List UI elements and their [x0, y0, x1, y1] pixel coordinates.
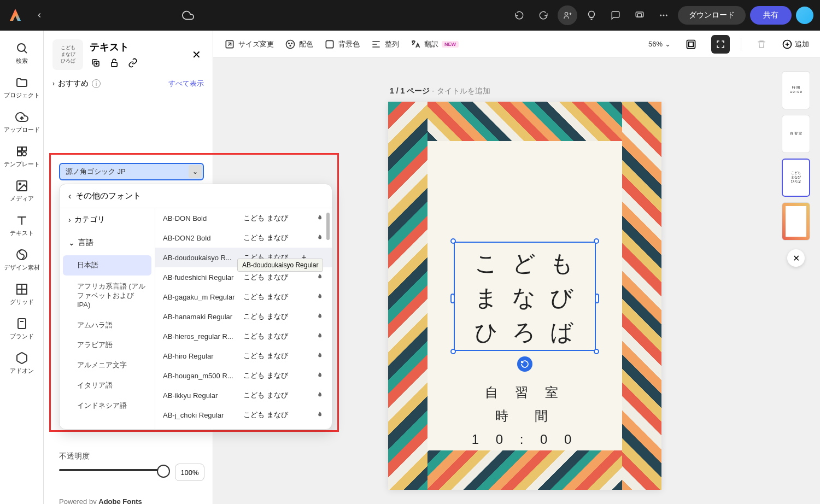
- bgcolor-button[interactable]: 背景色: [324, 39, 360, 50]
- font-preview: こども まなび: [243, 351, 292, 361]
- page-thumb-1[interactable]: 時 間 1 0 : 0 0: [782, 71, 810, 109]
- rail-media[interactable]: メディア: [3, 175, 41, 207]
- page-thumb-2[interactable]: 自 習 室: [782, 115, 810, 153]
- rail-upload[interactable]: アップロード: [3, 106, 41, 138]
- chevron-down-icon: ⌄: [68, 238, 75, 247]
- font-row[interactable]: AB-j_choki Regularこども まなび: [155, 405, 332, 425]
- svg-rect-9: [17, 152, 21, 156]
- redo-button[interactable]: [534, 5, 553, 25]
- svg-rect-25: [689, 42, 693, 46]
- language-option[interactable]: 日本語: [63, 255, 151, 276]
- font-row[interactable]: AB-DON2 Boldこども まなび: [155, 228, 332, 248]
- tips-icon[interactable]: [582, 5, 601, 25]
- rail-template[interactable]: テンプレート: [3, 140, 41, 173]
- opacity-value[interactable]: 100%: [175, 464, 204, 481]
- rail-text[interactable]: テキスト: [3, 209, 41, 242]
- font-name-label: AB-j_choki Regular: [163, 411, 237, 419]
- app-logo[interactable]: [7, 7, 24, 24]
- font-row[interactable]: AB-gagaku_m Regularこども まなび: [155, 287, 332, 307]
- back-button[interactable]: [31, 7, 48, 24]
- resize-handle-br[interactable]: [594, 349, 599, 354]
- info-icon[interactable]: i: [92, 79, 101, 88]
- font-input[interactable]: [59, 163, 204, 180]
- panel-close-button[interactable]: ✕: [189, 47, 204, 62]
- selected-text-element[interactable]: こども まなび ひろば: [454, 242, 596, 351]
- resize-handle-ml[interactable]: [450, 294, 455, 303]
- page-thumb-3[interactable]: こども まなび ひろば: [782, 159, 810, 197]
- popover-back-button[interactable]: ‹: [68, 191, 71, 201]
- recommended-section[interactable]: › おすすめ i すべて表示: [52, 79, 204, 89]
- chevron-down-icon[interactable]: ⌄: [189, 165, 202, 178]
- zoom-dropdown[interactable]: 56% ⌄: [648, 40, 671, 48]
- font-preview: こども まなび: [243, 390, 292, 400]
- font-row[interactable]: AB-DON Boldこども まなび: [155, 208, 332, 228]
- colors-button[interactable]: 配色: [285, 39, 313, 50]
- language-option[interactable]: アラビア語: [60, 335, 155, 355]
- resize-handle-tl[interactable]: [450, 238, 456, 244]
- resize-handle-tr[interactable]: [594, 238, 599, 244]
- language-option[interactable]: アムハラ語: [60, 315, 155, 336]
- recommended-label: おすすめ: [58, 79, 89, 89]
- language-option[interactable]: アフリカ系言語 (アルファベットおよび IPA): [60, 277, 155, 315]
- font-row[interactable]: AB-hieros_regular R...こども まなび: [155, 326, 332, 346]
- download-button[interactable]: ダウンロード: [678, 6, 746, 25]
- undo-button[interactable]: [509, 5, 529, 25]
- add-page-button[interactable]: 追加: [782, 39, 809, 50]
- fit-button[interactable]: [711, 35, 730, 54]
- svg-point-20: [289, 43, 290, 44]
- rail-addon[interactable]: アドオン: [3, 347, 41, 379]
- font-row[interactable]: AB-j_gu Regularこども まなび: [155, 425, 332, 429]
- user-avatar[interactable]: [796, 7, 813, 24]
- page-label[interactable]: 1 / 1 ページ - タイトルを追加: [390, 86, 490, 96]
- rail-project[interactable]: プロジェクト: [3, 72, 41, 104]
- link-icon[interactable]: [127, 57, 139, 69]
- artboard[interactable]: こども まなび ひろば 自 習 室 時 間 1 0 : 0 0: [388, 102, 661, 490]
- language-option[interactable]: アルメニア文字: [60, 355, 155, 376]
- resize-handle-mr[interactable]: [595, 294, 599, 303]
- align-button[interactable]: 整列: [371, 39, 399, 50]
- invite-icon[interactable]: [558, 5, 577, 25]
- rail-grid[interactable]: グリッド: [3, 278, 41, 310]
- language-toggle[interactable]: ⌄言語: [60, 231, 155, 254]
- font-row[interactable]: AB-hanamaki Regularこども まなび: [155, 307, 332, 326]
- view-mode-button[interactable]: [682, 35, 700, 54]
- rail-search[interactable]: 検索: [3, 37, 41, 69]
- font-row[interactable]: AB-hiro Regularこども まなび: [155, 346, 332, 366]
- page-thumb-4[interactable]: [782, 202, 810, 241]
- rail-label: アップロード: [4, 126, 40, 134]
- rail-brand[interactable]: ブランド: [3, 313, 41, 345]
- category-toggle[interactable]: ›カテゴリ: [60, 208, 155, 231]
- show-all-link[interactable]: すべて表示: [168, 79, 204, 89]
- share-button[interactable]: 共有: [750, 6, 792, 25]
- flame-icon: [314, 312, 324, 321]
- language-option[interactable]: イタリア語: [60, 376, 155, 396]
- comment-icon[interactable]: [606, 5, 625, 25]
- reset-button[interactable]: [517, 356, 532, 372]
- font-select-combobox[interactable]: ⌄: [59, 163, 204, 180]
- font-name-label: AB-fudeshichi Regular: [163, 273, 237, 282]
- popover-sidebar: ›カテゴリ ⌄言語 日本語アフリカ系言語 (アルファベットおよび IPA)アムハ…: [60, 208, 155, 429]
- header-actions: ダウンロード 共有: [509, 5, 813, 25]
- font-name-label: AB-ikkyu Regular: [163, 391, 237, 400]
- resize-button[interactable]: サイズ変更: [224, 39, 274, 50]
- font-preview: こども まなび: [243, 272, 292, 282]
- font-preview: こども まなび: [243, 331, 292, 341]
- unlock-icon[interactable]: [108, 57, 120, 69]
- duplicate-icon[interactable]: [90, 57, 102, 69]
- cloud-sync-icon[interactable]: [179, 7, 197, 24]
- font-row[interactable]: AB-hougan_m500 R...こども まなび: [155, 366, 332, 385]
- subtitle-text[interactable]: 自 習 室 時 間 1 0 : 0 0: [388, 380, 661, 452]
- rail-design[interactable]: デザイン素材: [3, 244, 41, 276]
- translate-button[interactable]: 翻訳NEW: [410, 39, 459, 50]
- delete-button[interactable]: [752, 35, 771, 54]
- scrollbar[interactable]: [326, 213, 330, 425]
- font-row[interactable]: AB-ikkyu Regularこども まなび: [155, 385, 332, 405]
- more-icon[interactable]: [654, 5, 673, 25]
- opacity-slider[interactable]: [59, 469, 166, 471]
- resize-handle-bl[interactable]: [450, 349, 456, 354]
- present-icon[interactable]: [630, 5, 649, 25]
- svg-point-4: [663, 15, 665, 16]
- close-thumbs-button[interactable]: ✕: [787, 249, 805, 267]
- rail-label: メディア: [10, 195, 34, 203]
- language-option[interactable]: インドネシア語: [60, 396, 155, 416]
